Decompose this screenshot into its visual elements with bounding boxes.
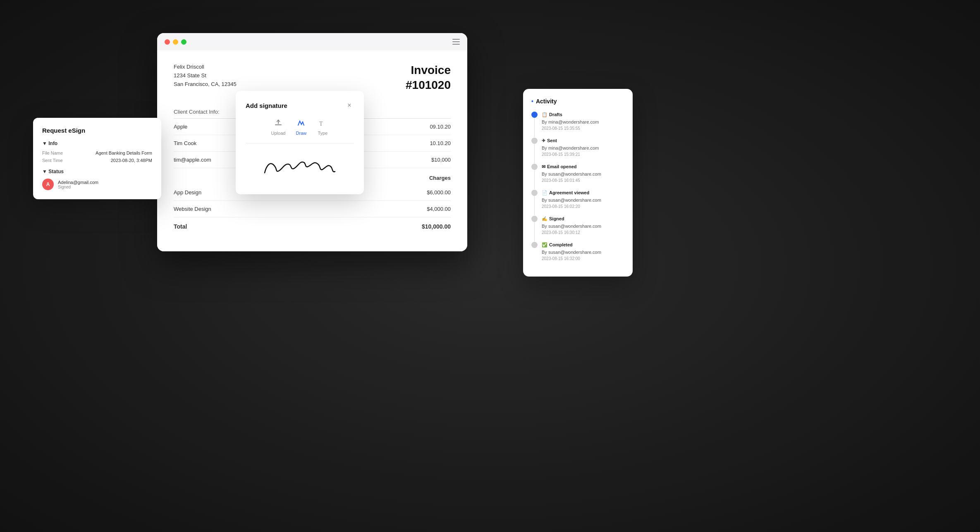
svg-text:T: T: [319, 121, 323, 127]
activity-item-agreement-viewed: 📄 Agreement viewed By susan@wondershare.…: [531, 189, 624, 215]
from-address2: San Francisco, CA, 12345: [174, 80, 237, 89]
invoice-from: Felix Driscoll 1234 State St San Francis…: [174, 63, 237, 88]
item2-amount: $4,000.00: [343, 200, 451, 217]
from-address1: 1234 State St: [174, 72, 237, 80]
completed-icon: ✅: [542, 241, 547, 248]
status-header: ▼ Status: [42, 169, 152, 174]
activity-by: By susan@wondershare.com: [542, 249, 601, 256]
draw-tab[interactable]: Draw: [295, 117, 307, 136]
close-icon[interactable]: ×: [345, 101, 354, 110]
avatar: A: [42, 179, 54, 190]
esign-title: Request eSign: [42, 127, 152, 134]
activity-title: • Activity: [531, 98, 624, 105]
filename-row: File Name Agent Banking Details Form: [42, 150, 152, 155]
modal-header: Add signature ×: [246, 101, 354, 110]
activity-dot: [531, 190, 538, 196]
filename-label: File Name: [42, 150, 71, 155]
activity-by: By susan@wondershare.com: [542, 223, 601, 230]
background: Felix Driscoll 1234 State St San Francis…: [0, 0, 980, 532]
activity-time: 2023-08-15 16:32:00: [542, 255, 601, 262]
activity-time: 2023-08-15 15:39:21: [542, 151, 599, 157]
menu-icon[interactable]: [452, 39, 460, 45]
status-section: ▼ Status A Adelina@gmail.com Signed: [42, 169, 152, 190]
activity-dot: [531, 112, 538, 118]
modal-tabs: Upload Draw T Type: [246, 117, 354, 136]
invoice-number: #101020: [406, 78, 451, 93]
total-row: Total $10,000.00: [174, 217, 451, 235]
activity-event: 📄 Agreement viewed: [542, 189, 601, 196]
total-label: Total: [174, 217, 343, 235]
email-icon: ✉: [542, 163, 545, 170]
titlebar: [157, 33, 467, 50]
activity-event: ✅ Completed: [542, 241, 601, 248]
upload-tab[interactable]: Upload: [271, 117, 286, 136]
info-section: ▼ Info File Name Agent Banking Details F…: [42, 141, 152, 163]
senttime-label: Sent Time: [42, 158, 71, 163]
item2-desc: Website Design: [174, 200, 343, 217]
activity-by: By mina@wondershare.com: [542, 119, 599, 126]
activity-by: By mina@wondershare.com: [542, 145, 599, 152]
status-info: Adelina@gmail.com Signed: [58, 180, 98, 189]
esign-panel: Request eSign ▼ Info File Name Agent Ban…: [33, 118, 161, 199]
draw-icon: [295, 117, 307, 129]
activity-item-signed: ✍ Signed By susan@wondershare.com 2023-0…: [531, 215, 624, 241]
agreement-icon: 📄: [542, 189, 547, 196]
invoice-label: Invoice: [406, 63, 451, 78]
activity-item-completed: ✅ Completed By susan@wondershare.com 202…: [531, 241, 624, 267]
status-badge: Signed: [58, 185, 98, 189]
signed-icon: ✍: [542, 215, 547, 222]
type-icon: T: [317, 117, 328, 129]
activity-item-email-opened: ✉ Email opened By susan@wondershare.com …: [531, 163, 624, 189]
info-header: ▼ Info: [42, 141, 152, 146]
invoice-header: Felix Driscoll 1234 State St San Francis…: [174, 63, 451, 93]
modal-title: Add signature: [246, 102, 287, 109]
svg-rect-0: [275, 124, 282, 125]
minimize-button[interactable]: [173, 39, 178, 45]
total-amount: $10,000.00: [343, 217, 451, 235]
activity-event: 📋 Drafts: [542, 111, 599, 118]
activity-by: By susan@wondershare.com: [542, 197, 601, 204]
activity-panel: • Activity 📋 Drafts By mina@wondershare.…: [523, 89, 633, 277]
activity-event: ✉ Email opened: [542, 163, 601, 170]
activity-dot: [531, 138, 538, 144]
activity-item-sent: ✈ Sent By mina@wondershare.com 2023-08-1…: [531, 137, 624, 163]
sent-icon: ✈: [542, 137, 545, 144]
activity-by: By susan@wondershare.com: [542, 171, 601, 178]
drafts-icon: 📋: [542, 111, 547, 118]
signature-modal: Add signature × Upload: [236, 91, 364, 194]
senttime-value: 2023-08-20, 3:48PM: [111, 158, 152, 163]
upload-icon: [272, 117, 284, 129]
signature-drawing: [258, 152, 341, 181]
traffic-lights: [165, 39, 186, 45]
type-tab[interactable]: T Type: [317, 117, 328, 136]
filename-value: Agent Banking Details Form: [96, 150, 152, 155]
maximize-button[interactable]: [181, 39, 186, 45]
activity-list: 📋 Drafts By mina@wondershare.com 2023-08…: [531, 111, 624, 267]
activity-item-drafts: 📋 Drafts By mina@wondershare.com 2023-08…: [531, 111, 624, 137]
activity-time: 2023-08-15 16:01:45: [542, 177, 601, 184]
from-name: Felix Driscoll: [174, 63, 237, 72]
invoice-title: Invoice #101020: [406, 63, 451, 93]
status-item: A Adelina@gmail.com Signed: [42, 179, 152, 190]
activity-dot: [531, 216, 538, 222]
close-button[interactable]: [165, 39, 170, 45]
status-email: Adelina@gmail.com: [58, 180, 98, 185]
activity-time: 2023-08-15 16:02:20: [542, 203, 601, 210]
line-item-2: Website Design $4,000.00: [174, 200, 451, 217]
signature-area: [246, 143, 354, 184]
activity-event: ✍ Signed: [542, 215, 601, 222]
activity-dot: [531, 164, 538, 170]
activity-time: 2023-08-15 16:30:12: [542, 229, 601, 236]
senttime-row: Sent Time 2023-08-20, 3:48PM: [42, 158, 152, 163]
activity-dot: [531, 242, 538, 248]
activity-time: 2023-08-15 15:35:55: [542, 125, 599, 131]
activity-event: ✈ Sent: [542, 137, 599, 144]
